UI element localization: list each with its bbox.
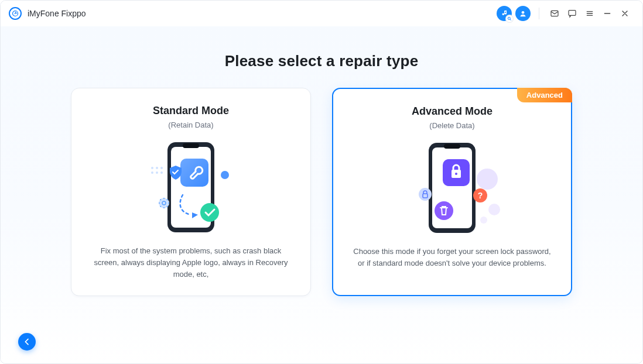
card-advanced-subtitle: (Delete Data) [346, 121, 558, 130]
app-title: iMyFone Fixppo [28, 9, 86, 18]
svg-point-9 [156, 167, 158, 169]
svg-point-26 [480, 217, 487, 224]
close-button[interactable] [618, 6, 632, 20]
menu-icon[interactable] [583, 6, 597, 20]
card-advanced-title: Advanced Mode [346, 105, 558, 118]
svg-point-11 [151, 171, 153, 174]
mail-icon[interactable] [548, 6, 562, 20]
card-advanced[interactable]: Advanced Advanced Mode (Delete Data) [332, 88, 572, 296]
titlebar: iMyFone Fixppo [1, 1, 642, 26]
standard-illustration [84, 138, 297, 237]
account-icon[interactable] [515, 6, 531, 21]
svg-text:?: ? [478, 191, 483, 200]
svg-point-32 [419, 188, 432, 201]
advanced-badge: Advanced [517, 88, 572, 102]
chat-icon[interactable] [565, 6, 579, 20]
music-search-icon[interactable] [497, 6, 512, 21]
svg-rect-23 [444, 144, 460, 149]
app-logo-icon [9, 7, 22, 20]
svg-point-24 [477, 169, 498, 190]
svg-point-10 [160, 167, 163, 169]
svg-point-20 [221, 171, 229, 179]
title-left: iMyFone Fixppo [9, 7, 86, 20]
svg-point-25 [488, 204, 500, 215]
card-standard-desc: Fix most of the system problems, such as… [84, 245, 297, 280]
svg-rect-7 [183, 143, 199, 148]
advanced-illustration: ? [346, 138, 558, 238]
svg-point-2 [522, 11, 525, 14]
card-advanced-desc: Choose this mode if you forget your scre… [346, 246, 558, 269]
page-title: Please select a repair type [19, 52, 624, 70]
tiny-search-icon [506, 15, 513, 22]
svg-point-1 [508, 17, 510, 19]
svg-point-34 [435, 201, 453, 220]
back-button[interactable] [18, 333, 36, 351]
titlebar-separator [539, 8, 539, 19]
card-standard-subtitle: (Retain Data) [84, 121, 297, 129]
cards-row: Standard Mode (Retain Data) [19, 88, 624, 296]
card-standard-title: Standard Mode [84, 105, 297, 117]
svg-point-12 [156, 171, 158, 174]
svg-point-13 [160, 171, 163, 174]
svg-point-19 [200, 203, 219, 222]
svg-point-8 [151, 167, 153, 169]
card-standard[interactable]: Standard Mode (Retain Data) [71, 88, 311, 296]
main: Please select a repair type Standard Mod… [1, 26, 642, 363]
minimize-button[interactable] [600, 6, 614, 20]
title-right [497, 6, 632, 21]
svg-point-29 [455, 173, 457, 175]
svg-rect-4 [569, 11, 576, 16]
